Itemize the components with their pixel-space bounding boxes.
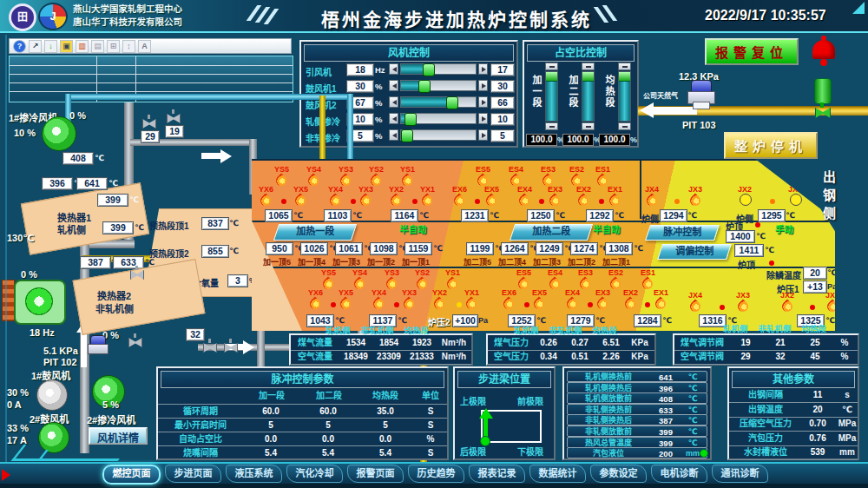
slider-right-arrow-button[interactable] [478, 80, 488, 91]
fan-slider[interactable] [400, 113, 477, 124]
slider-left-arrow-button[interactable] [389, 63, 398, 75]
row-label: 烧嘴间隔 [160, 447, 241, 459]
slider-right-arrow-button[interactable] [478, 129, 488, 141]
download-icon[interactable]: ↓ [44, 40, 57, 53]
nav-tab-数据统计[interactable]: 数据统计 [529, 465, 586, 483]
pin-icon[interactable]: ↨ [122, 40, 135, 53]
oxygen-value: 3 [227, 274, 248, 287]
fan-slider[interactable] [400, 96, 477, 108]
nav-tab-电机诊断[interactable]: 电机诊断 [651, 465, 707, 483]
duty-col-label: 加 二 段 [568, 75, 580, 109]
preheat1-value: 837 [201, 217, 229, 230]
burner-label: ES2 [608, 268, 623, 277]
burner-flame-icon [404, 297, 415, 311]
burner-flame-icon [549, 277, 561, 291]
slider-thumb[interactable] [404, 113, 417, 126]
slider-left-arrow-button[interactable] [389, 129, 398, 141]
fan-row-setpoint: 66 [490, 96, 515, 109]
burner-label: YX6 [259, 185, 273, 194]
hx1-side: 轧机侧 [57, 222, 86, 236]
nav-tab-燃控页面[interactable]: 燃控页面 [102, 465, 161, 485]
nav-tab-步进页面[interactable]: 步进页面 [165, 465, 221, 483]
fan-slider[interactable] [400, 129, 477, 141]
folder-icon[interactable]: ▣ [60, 40, 73, 53]
duty-slider-thumb[interactable] [546, 72, 557, 82]
slider-thumb[interactable] [401, 129, 413, 142]
burner-label: EX2 [623, 288, 638, 297]
slider-thumb[interactable] [446, 96, 458, 109]
cell-value: 5 [245, 419, 297, 432]
flow-right-arrow-shaft [201, 153, 220, 159]
id-fan-frequency: 18 Hz [30, 327, 55, 338]
fan-slider[interactable] [400, 80, 477, 91]
nav-tab-报表记录[interactable]: 报表记录 [469, 465, 525, 483]
cell-value: 633 [649, 406, 682, 415]
duty-value: 100.0 [526, 134, 557, 146]
flow-table: 煤气流量153418541923Nm³/h空气流量183492330921333… [289, 333, 473, 366]
slider-left-arrow-button[interactable] [389, 96, 398, 108]
duty-col-label: 加 一 段 [531, 75, 543, 109]
zone-header: 轧机侧非轧机侧均热段 [514, 324, 617, 336]
fan-detail-button[interactable]: 风机详情 [89, 427, 148, 445]
duty-down-button[interactable] [618, 122, 631, 130]
burner-flame-icon [642, 277, 654, 291]
slider-right-arrow-button[interactable] [478, 113, 488, 124]
duty-up-button[interactable] [618, 63, 631, 70]
duty-slider[interactable] [582, 71, 595, 122]
duty-unit: % [630, 135, 637, 144]
slider-thumb[interactable] [423, 63, 435, 76]
nav-tab-报警页面[interactable]: 报警页面 [347, 465, 404, 483]
fan-row-unit: % [375, 98, 382, 108]
duty-value: 100.0 [562, 134, 594, 146]
blower1-output: 30 % [7, 387, 29, 398]
slider-right-arrow-button[interactable] [478, 63, 488, 75]
duty-slider-thumb[interactable] [619, 72, 630, 82]
duty-up-button[interactable] [582, 63, 595, 70]
chart-icon[interactable]: ▥ [76, 40, 89, 53]
pulse-control-button[interactable]: 脉冲控制 [645, 225, 720, 241]
hx1-before-temp: 641 [76, 177, 108, 190]
alarm-reset-button[interactable]: 报警复位 [705, 38, 799, 65]
lock-icon[interactable]: A [138, 40, 151, 53]
report-icon[interactable]: ▤ [91, 40, 104, 53]
window-icon[interactable]: ⊞ [107, 40, 120, 53]
duty-down-button[interactable] [582, 122, 595, 130]
cell-unit: ℃ [684, 373, 701, 382]
fan-row-label: 鼓风机1 [306, 82, 345, 95]
bias-control-button[interactable]: 调偏控制 [657, 244, 732, 260]
duty-slider[interactable] [618, 71, 631, 122]
nav-tab-参数设定[interactable]: 参数设定 [590, 465, 647, 483]
row-label: 非轧侧换热前 [569, 406, 648, 415]
send-icon[interactable]: ↗ [29, 40, 42, 53]
burner-label: YX4 [372, 288, 386, 297]
burner-label: YS5 [274, 165, 289, 174]
discharge-side-label: 出钢侧 [819, 170, 838, 225]
burner-flame-icon [655, 297, 667, 311]
grid-divider [10, 91, 293, 92]
flow-up-arrow-shaft [81, 333, 87, 367]
burner-flame-icon [386, 277, 398, 291]
slider-left-arrow-button[interactable] [389, 113, 398, 124]
slider-left-arrow-button[interactable] [389, 80, 398, 91]
degree-unit: ℃ [634, 244, 643, 253]
zone-temp-value: 1098 [370, 242, 398, 255]
fan-slider[interactable] [400, 63, 477, 75]
table-row: 空气压力0.340.512.26KPa [488, 350, 654, 365]
row-label: 压缩空气压力 [731, 418, 800, 430]
duty-down-button[interactable] [545, 122, 558, 130]
duty-up-button[interactable] [545, 63, 558, 70]
nav-tab-液压系统[interactable]: 液压系统 [226, 465, 282, 483]
nav-tab-通讯诊断[interactable]: 通讯诊断 [712, 465, 768, 483]
help-icon[interactable]: ? [13, 40, 26, 53]
pulse-header-cell: 加一段 [245, 390, 299, 402]
duty-slider[interactable] [545, 71, 558, 122]
nav-tab-汽化冷却[interactable]: 汽化冷却 [286, 465, 343, 483]
nav-tab-历史趋势[interactable]: 历史趋势 [408, 465, 464, 483]
furnace-stop-button[interactable]: 整炉停机 [724, 132, 818, 159]
cell-value: 1854 [374, 337, 404, 349]
cell-value: 5 [302, 419, 354, 432]
duty-slider-thumb[interactable] [582, 72, 594, 82]
cell-value: 45 [799, 351, 831, 363]
slider-thumb[interactable] [418, 80, 431, 93]
slider-right-arrow-button[interactable] [478, 96, 488, 108]
